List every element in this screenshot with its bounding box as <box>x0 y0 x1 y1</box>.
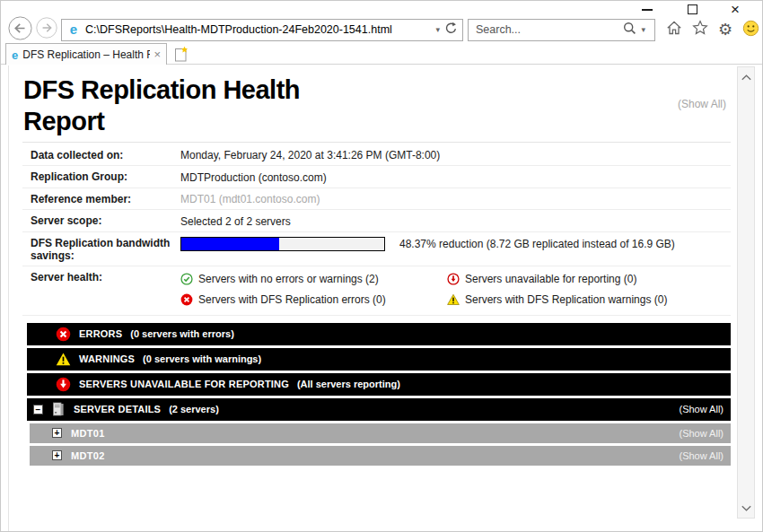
report-content: DFS Replication Health Report (Show All)… <box>8 65 735 531</box>
forward-icon <box>36 17 57 39</box>
expand-icon[interactable]: + <box>52 450 62 460</box>
field-value: Monday, February 24, 2020 at 3:41:26 PM … <box>180 149 731 162</box>
field-row-server-health: Server health: Servers with no errors or… <box>22 266 731 316</box>
search-input[interactable] <box>476 23 623 36</box>
server-name: MDT01 <box>71 428 105 439</box>
vertical-scrollbar[interactable] <box>737 66 755 519</box>
tab-favicon-ie-icon: e <box>12 47 18 63</box>
error-circle-icon <box>56 327 71 342</box>
report-sections: ERRORS (0 servers with errors) WARNINGS … <box>27 323 731 466</box>
field-value: Selected 2 of 2 servers <box>180 214 731 228</box>
scroll-down-button[interactable] <box>738 500 754 516</box>
field-label: Reference member: <box>22 193 180 205</box>
health-item-no-errors: Servers with no errors or warnings (2) <box>180 273 447 285</box>
section-detail: (2 servers) <box>169 404 219 414</box>
favorites-button[interactable] <box>692 20 708 39</box>
server-row-mdt01[interactable]: + MDT01 (Show All) <box>30 423 731 443</box>
unavailable-circle-icon <box>447 273 460 285</box>
search-dropdown-icon[interactable]: ▾ <box>641 25 645 34</box>
address-bar[interactable]: e ▾ <box>61 19 463 41</box>
server-name: MDT02 <box>71 450 105 461</box>
section-server-details[interactable]: − SERVER DETAILS (2 servers) (Show All) <box>27 398 731 421</box>
minimize-icon <box>642 9 653 11</box>
tab-close-icon[interactable]: × <box>153 48 161 61</box>
address-input[interactable] <box>85 23 431 36</box>
check-circle-icon <box>180 273 193 285</box>
page-title: DFS Replication Health Report <box>23 74 382 138</box>
bandwidth-value: 48.37% reduction (8.72 GB replicated ins… <box>399 238 675 250</box>
section-detail: (All servers reporting) <box>297 379 400 389</box>
forward-button[interactable] <box>36 17 57 42</box>
field-label: Data collected on: <box>22 149 180 161</box>
settings-icon: ⚙ <box>718 20 732 39</box>
field-label: Server scope: <box>22 214 180 227</box>
field-label: Server health: <box>22 271 180 283</box>
health-item-text: Servers unavailable for reporting (0) <box>465 273 636 285</box>
field-value: MDT01 (mdt01.contoso.com) <box>180 193 731 206</box>
section-errors[interactable]: ERRORS (0 servers with errors) <box>27 323 731 345</box>
health-item-warnings: Servers with DFS Replication warnings (0… <box>447 293 731 306</box>
maximize-button[interactable] <box>685 3 699 16</box>
home-icon <box>666 20 682 36</box>
new-tab-button[interactable] <box>171 45 191 64</box>
server-show-all-link[interactable]: (Show All) <box>679 428 724 439</box>
server-show-all-link[interactable]: (Show All) <box>679 450 724 461</box>
window-titlebar: × <box>1 1 762 17</box>
bandwidth-bar-fill <box>181 238 279 250</box>
server-icon <box>51 402 66 416</box>
section-title: WARNINGS <box>79 353 135 364</box>
field-row-replication-group: Replication Group: MDTProduction (contos… <box>22 166 731 188</box>
feedback-smiley-icon <box>742 20 759 37</box>
feedback-button[interactable] <box>742 20 759 40</box>
address-dropdown-icon[interactable]: ▾ <box>435 25 440 34</box>
ie-icon: e <box>66 22 82 38</box>
health-item-text: Servers with DFS Replication warnings (0… <box>465 293 667 306</box>
field-row-bandwidth-savings: DFS Replication bandwidth savings: 48.37… <box>22 232 731 266</box>
section-show-all-link[interactable]: (Show All) <box>679 404 724 414</box>
warning-triangle-icon <box>447 293 460 306</box>
refresh-button[interactable] <box>444 22 458 39</box>
close-icon: × <box>731 3 740 16</box>
close-button[interactable]: × <box>728 3 742 16</box>
section-warnings[interactable]: WARNINGS (0 servers with warnings) <box>27 348 731 371</box>
scroll-up-button[interactable] <box>738 69 754 85</box>
page-viewport: DFS Replication Health Report (Show All)… <box>1 65 762 531</box>
health-item-text: Servers with no errors or warnings (2) <box>198 273 379 285</box>
refresh-icon <box>444 22 458 35</box>
report-show-all-link[interactable]: (Show All) <box>678 98 726 110</box>
search-icon <box>623 22 636 35</box>
field-row-data-collected: Data collected on: Monday, February 24, … <box>22 144 731 167</box>
field-label: DFS Replication bandwidth savings: <box>22 237 180 262</box>
toolbar-icons: ⚙ <box>666 20 759 40</box>
maximize-icon <box>688 4 697 14</box>
warning-triangle-icon <box>56 352 71 367</box>
server-row-mdt02[interactable]: + MDT02 (Show All) <box>30 446 731 466</box>
health-item-errors: Servers with DFS Replication errors (0) <box>180 293 447 306</box>
back-button[interactable] <box>8 16 32 44</box>
error-circle-icon <box>180 293 193 306</box>
field-row-reference-member: Reference member: MDT01 (mdt01.contoso.c… <box>22 188 731 211</box>
health-item-text: Servers with DFS Replication errors (0) <box>198 293 386 306</box>
tab-dfs-replication-health-report[interactable]: e DFS Replication – Health Re... × <box>5 43 167 65</box>
search-box[interactable]: ▾ <box>468 19 655 41</box>
search-button[interactable] <box>623 22 636 39</box>
expand-icon[interactable]: + <box>52 428 62 438</box>
section-title: SERVERS UNAVAILABLE FOR REPORTING <box>79 379 289 389</box>
browser-toolbar: e ▾ ▾ ⚙ <box>1 17 762 42</box>
collapse-icon[interactable]: − <box>33 405 43 414</box>
report-header: DFS Replication Health Report (Show All) <box>22 74 731 143</box>
home-button[interactable] <box>666 20 682 39</box>
field-row-server-scope: Server scope: Selected 2 of 2 servers <box>22 210 731 232</box>
section-servers-unavailable[interactable]: SERVERS UNAVAILABLE FOR REPORTING (All s… <box>27 373 731 396</box>
section-detail: (0 servers with warnings) <box>143 353 261 364</box>
field-value: MDTProduction (contoso.com) <box>180 170 731 184</box>
health-item-unavailable: Servers unavailable for reporting (0) <box>447 273 731 285</box>
minimize-button[interactable] <box>640 3 654 16</box>
tab-title: DFS Replication – Health Re... <box>22 48 150 61</box>
section-title: ERRORS <box>79 328 122 339</box>
section-detail: (0 servers with errors) <box>130 328 234 339</box>
back-icon <box>8 16 32 40</box>
settings-button[interactable]: ⚙ <box>718 22 732 39</box>
header-divider <box>22 142 731 143</box>
chevron-down-icon <box>741 505 751 511</box>
